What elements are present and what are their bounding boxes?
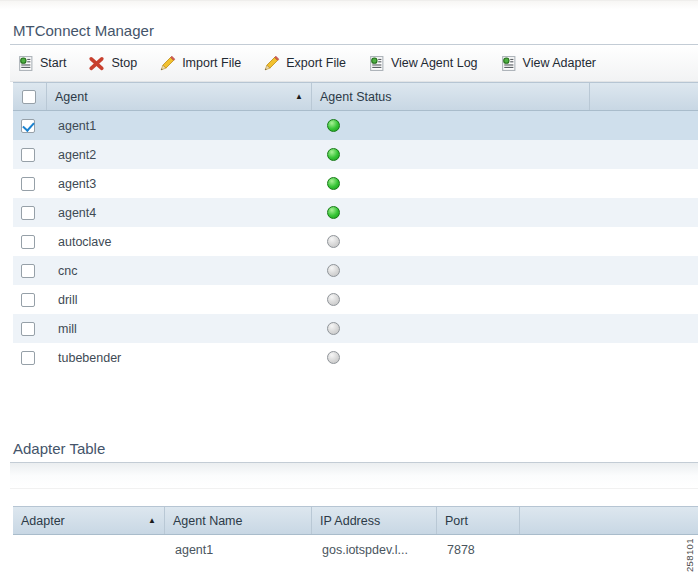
- header-empty-cell: [520, 507, 698, 534]
- table-row[interactable]: autoclave: [13, 227, 698, 256]
- adapter-toolbar-empty: [10, 463, 698, 489]
- port-cell: 7878: [437, 543, 520, 557]
- adapter-table: Adapter ▲ Agent Name IP Address Port age…: [13, 506, 698, 564]
- adapter-column-label: Adapter: [21, 514, 65, 528]
- manager-toolbar: Start Stop Import File Export File View …: [10, 45, 698, 82]
- agent-name: agent1: [47, 119, 312, 133]
- agent-status-column-label: Agent Status: [320, 90, 392, 104]
- stop-button-label: Stop: [111, 56, 137, 70]
- agent-name-column-label: Agent Name: [173, 514, 242, 528]
- table-row[interactable]: agent4: [13, 198, 698, 227]
- row-checkbox[interactable]: [21, 293, 35, 307]
- task-list-icon: [17, 55, 34, 72]
- status-dot: [327, 235, 340, 248]
- row-checkbox[interactable]: [21, 177, 35, 191]
- row-checkbox[interactable]: [21, 206, 35, 220]
- table-row[interactable]: mill: [13, 314, 698, 343]
- adapter-column-header[interactable]: Adapter ▲: [13, 507, 165, 534]
- status-dot: [327, 148, 340, 161]
- ip-address-column-label: IP Address: [320, 514, 380, 528]
- status-dot: [327, 264, 340, 277]
- stop-button[interactable]: Stop: [88, 55, 137, 72]
- agent-status-column-header[interactable]: Agent Status: [312, 83, 590, 110]
- agent-name: mill: [47, 322, 312, 336]
- adapter-section-title: Adapter Table: [13, 440, 698, 458]
- task-list-icon: [500, 55, 517, 72]
- row-checkbox[interactable]: [21, 235, 35, 249]
- row-checkbox[interactable]: [21, 351, 35, 365]
- table-row[interactable]: tubebender: [13, 343, 698, 372]
- header-empty-cell: [590, 83, 698, 110]
- header-select-all-cell: [13, 83, 47, 110]
- status-dot: [327, 351, 340, 364]
- status-dot: [327, 206, 340, 219]
- agent-name-column-header[interactable]: Agent Name: [165, 507, 312, 534]
- agent-column-label: Agent: [55, 90, 88, 104]
- adapter-table-header: Adapter ▲ Agent Name IP Address Port: [13, 506, 698, 535]
- export-file-button-label: Export File: [286, 56, 346, 70]
- task-list-icon: [368, 55, 385, 72]
- select-all-checkbox[interactable]: [22, 90, 36, 104]
- import-file-button[interactable]: Import File: [159, 55, 241, 72]
- agent-table-header: Agent ▲ Agent Status: [13, 82, 698, 111]
- table-row[interactable]: agent3: [13, 169, 698, 198]
- agent-name: autoclave: [47, 235, 312, 249]
- agent-table: Agent ▲ Agent Status agent1 agent2 agent…: [13, 82, 698, 372]
- red-x-icon: [88, 55, 105, 72]
- view-agent-log-button-label: View Agent Log: [391, 56, 478, 70]
- agent-name: agent2: [47, 148, 312, 162]
- port-column-label: Port: [445, 514, 468, 528]
- table-row[interactable]: drill: [13, 285, 698, 314]
- sort-ascending-icon: ▲: [142, 516, 156, 525]
- row-checkbox[interactable]: [21, 148, 35, 162]
- start-button[interactable]: Start: [17, 55, 66, 72]
- agent-name: tubebender: [47, 351, 312, 365]
- ip-address-cell: gos.iotspdev.l...: [312, 543, 437, 557]
- page-top-edge: [0, 0, 698, 13]
- adapter-table-row[interactable]: agent1 gos.iotspdev.l... 7878: [13, 535, 698, 564]
- agent-name: drill: [47, 293, 312, 307]
- agent-name-cell: agent1: [165, 543, 312, 557]
- ip-address-column-header[interactable]: IP Address: [312, 507, 437, 534]
- row-checkbox[interactable]: [21, 322, 35, 336]
- port-column-header[interactable]: Port: [437, 507, 520, 534]
- sort-ascending-icon: ▲: [289, 92, 303, 101]
- import-file-button-label: Import File: [182, 56, 241, 70]
- agent-name: agent4: [47, 206, 312, 220]
- table-row[interactable]: agent2: [13, 140, 698, 169]
- status-dot: [327, 177, 340, 190]
- agent-name: cnc: [47, 264, 312, 278]
- pencil-icon: [159, 55, 176, 72]
- figure-id-label: 258101: [684, 538, 695, 572]
- export-file-button[interactable]: Export File: [263, 55, 346, 72]
- status-dot: [327, 293, 340, 306]
- status-dot: [327, 322, 340, 335]
- pencil-icon: [263, 55, 280, 72]
- agent-column-header[interactable]: Agent ▲: [47, 83, 312, 110]
- start-button-label: Start: [40, 56, 66, 70]
- row-checkbox[interactable]: [21, 119, 35, 133]
- view-agent-log-button[interactable]: View Agent Log: [368, 55, 478, 72]
- view-adapter-button[interactable]: View Adapter: [500, 55, 596, 72]
- row-checkbox[interactable]: [21, 264, 35, 278]
- table-row[interactable]: agent1: [13, 111, 698, 140]
- agent-table-body: agent1 agent2 agent3 agent4 autoclave cn…: [13, 111, 698, 372]
- manager-section-title: MTConnect Manager: [13, 22, 698, 40]
- view-adapter-button-label: View Adapter: [523, 56, 596, 70]
- status-dot: [327, 119, 340, 132]
- agent-name: agent3: [47, 177, 312, 191]
- table-row[interactable]: cnc: [13, 256, 698, 285]
